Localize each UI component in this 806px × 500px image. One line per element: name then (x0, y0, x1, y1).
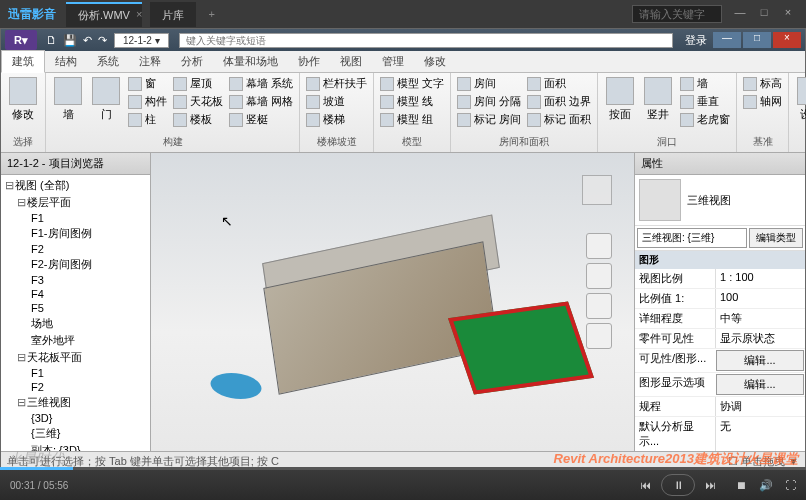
tree-item[interactable]: {三维} (3, 425, 148, 442)
window-button[interactable]: 窗 (126, 75, 169, 92)
minimize-icon[interactable]: — (730, 6, 750, 22)
zoom-icon[interactable] (586, 293, 612, 319)
ribbon-tab[interactable]: 管理 (372, 51, 414, 72)
ribbon-tab[interactable]: 结构 (45, 51, 87, 72)
tree-item[interactable]: 室外地坪 (3, 332, 148, 349)
tree-item[interactable]: ⊟天花板平面 (3, 349, 148, 366)
app-maximize-icon[interactable]: □ (743, 32, 771, 48)
prop-value[interactable]: 编辑... (716, 374, 804, 395)
room-button[interactable]: 房间 (455, 75, 523, 92)
mullion-button[interactable]: 竖梃 (227, 111, 295, 128)
tree-item[interactable]: {3D} (3, 411, 148, 425)
area-boundary-button[interactable]: 面积 边界 (525, 93, 593, 110)
prop-value[interactable]: 显示原状态 (715, 329, 805, 348)
model-group-button[interactable]: 模型 组 (378, 111, 446, 128)
wall-button[interactable]: 墙 (50, 75, 86, 124)
modify-button[interactable]: 修改 (5, 75, 41, 124)
tree-item[interactable]: F4 (3, 287, 148, 301)
player-tab[interactable]: 片库 (150, 2, 196, 27)
instance-selector[interactable]: 三维视图: {三维} (637, 228, 747, 248)
stair-button[interactable]: 楼梯 (304, 111, 369, 128)
qat-icon[interactable]: 🗋 (46, 34, 57, 46)
view-breadcrumb[interactable]: 12-1-2 ▾ (114, 33, 169, 48)
edit-type-button[interactable]: 编辑类型 (749, 228, 803, 248)
railing-button[interactable]: 栏杆扶手 (304, 75, 369, 92)
ribbon-tab[interactable]: 建筑 (1, 50, 45, 73)
ramp-button[interactable]: 坡道 (304, 93, 369, 110)
qat-icon[interactable]: ↶ (83, 34, 92, 47)
app-minimize-icon[interactable]: — (713, 32, 741, 48)
prop-value[interactable]: 协调 (715, 397, 805, 416)
model-text-button[interactable]: 模型 文字 (378, 75, 446, 92)
curtain-system-button[interactable]: 幕墙 系统 (227, 75, 295, 92)
player-tab[interactable]: 份析.WMV (66, 2, 142, 27)
next-icon[interactable]: ⏭ (705, 479, 716, 491)
tree-item[interactable]: ⊟楼层平面 (3, 194, 148, 211)
tree-item[interactable]: F3 (3, 273, 148, 287)
tree-item[interactable]: F2 (3, 242, 148, 256)
by-face-button[interactable]: 按面 (602, 75, 638, 124)
tree-item[interactable]: F5 (3, 301, 148, 315)
login-button[interactable]: 登录 (685, 33, 707, 48)
area-button[interactable]: 面积 (525, 75, 593, 92)
project-tree[interactable]: ⊟视图 (全部) ⊟楼层平面 F1 F1-房间图例 F2 F2-房间图例 F3 … (1, 175, 150, 451)
app-menu-button[interactable]: R▾ (5, 30, 37, 50)
prop-value[interactable]: 1 : 100 (715, 269, 805, 288)
ribbon-tab[interactable]: 体量和场地 (213, 51, 288, 72)
grid-button[interactable]: 轴网 (741, 93, 784, 110)
roof-button[interactable]: 屋顶 (171, 75, 225, 92)
qat-icon[interactable]: ↷ (98, 34, 107, 47)
tree-item[interactable]: F1 (3, 211, 148, 225)
tree-item[interactable]: F1-房间图例 (3, 225, 148, 242)
fullscreen-icon[interactable]: ⛶ (785, 479, 796, 491)
ribbon-tab[interactable]: 注释 (129, 51, 171, 72)
tab-close-icon[interactable]: × (136, 8, 142, 20)
prev-icon[interactable]: ⏮ (640, 479, 651, 491)
tree-item[interactable]: ⊟视图 (全部) (3, 177, 148, 194)
component-button[interactable]: 构件 (126, 93, 169, 110)
ribbon-tab[interactable]: 分析 (171, 51, 213, 72)
tree-item[interactable]: F2 (3, 380, 148, 394)
model-line-button[interactable]: 模型 线 (378, 93, 446, 110)
floor-button[interactable]: 楼板 (171, 111, 225, 128)
drawing-canvas[interactable]: ↖ (151, 153, 635, 451)
close-icon[interactable]: × (778, 6, 798, 22)
player-search-input[interactable] (632, 5, 722, 23)
tag-area-button[interactable]: 标记 面积 (525, 111, 593, 128)
door-button[interactable]: 门 (88, 75, 124, 124)
set-button[interactable]: 设置 (793, 75, 806, 124)
room-sep-button[interactable]: 房间 分隔 (455, 93, 523, 110)
prop-value[interactable]: 中等 (715, 309, 805, 328)
prop-value[interactable]: 无 (715, 417, 805, 451)
wall-opening-button[interactable]: 墙 (678, 75, 732, 92)
tree-item[interactable]: F1 (3, 366, 148, 380)
curtain-grid-button[interactable]: 幕墙 网格 (227, 93, 295, 110)
progress-bar[interactable] (0, 467, 806, 470)
qat-icon[interactable]: 💾 (63, 34, 77, 47)
column-button[interactable]: 柱 (126, 111, 169, 128)
help-search-input[interactable] (179, 33, 673, 48)
stop-icon[interactable]: ⏹ (736, 479, 747, 491)
maximize-icon[interactable]: □ (754, 6, 774, 22)
tree-item[interactable]: F2-房间图例 (3, 256, 148, 273)
orbit-icon[interactable] (586, 323, 612, 349)
level-button[interactable]: 标高 (741, 75, 784, 92)
prop-value[interactable]: 编辑... (716, 350, 804, 371)
ribbon-tab[interactable]: 修改 (414, 51, 456, 72)
play-pause-button[interactable]: ⏸ (661, 474, 695, 496)
viewcube[interactable] (572, 165, 622, 215)
add-tab-icon[interactable]: + (198, 4, 224, 24)
pan-icon[interactable] (586, 263, 612, 289)
ceiling-button[interactable]: 天花板 (171, 93, 225, 110)
tree-item[interactable]: ⊟三维视图 (3, 394, 148, 411)
tree-item[interactable]: 场地 (3, 315, 148, 332)
ribbon-tab[interactable]: 视图 (330, 51, 372, 72)
dormer-button[interactable]: 老虎窗 (678, 111, 732, 128)
nav-wheel-icon[interactable] (586, 233, 612, 259)
vertical-button[interactable]: 垂直 (678, 93, 732, 110)
ribbon-tab[interactable]: 系统 (87, 51, 129, 72)
app-close-icon[interactable]: × (773, 32, 801, 48)
ribbon-tab[interactable]: 协作 (288, 51, 330, 72)
tag-room-button[interactable]: 标记 房间 (455, 111, 523, 128)
prop-value[interactable]: 100 (715, 289, 805, 308)
